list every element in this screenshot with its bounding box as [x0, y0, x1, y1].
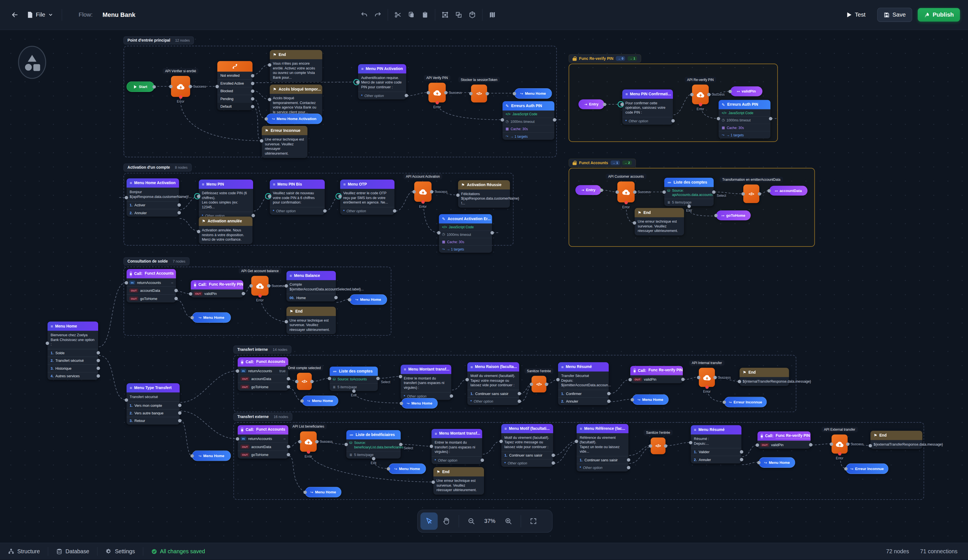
option-port[interactable] — [671, 119, 675, 123]
in-port[interactable] — [356, 80, 360, 84]
node-call-reverify-2[interactable]: ◆ Call: Func Re-verify PIN OUT validPin — [630, 366, 683, 383]
out-port[interactable] — [707, 93, 711, 96]
in-port[interactable] — [268, 195, 272, 198]
option-port[interactable] — [323, 209, 327, 213]
out-port[interactable] — [545, 382, 548, 386]
out-port[interactable] — [809, 443, 812, 446]
error-port[interactable] — [307, 450, 310, 454]
in-port[interactable] — [741, 192, 745, 196]
node-call-reverify-1[interactable]: ◆ Call: Func Re-verify PIN OUT validPin — [191, 280, 243, 297]
node-end-internal[interactable]: ⚑ End ${internalTransferResponse.data.me… — [740, 368, 789, 386]
out-port[interactable] — [287, 377, 290, 380]
node-info-erreurs-auth-pin-2[interactable]: ✎ Erreurs Auth PIN </> JavaScript Code ◷… — [719, 100, 770, 139]
option-port[interactable] — [607, 400, 610, 403]
in-port[interactable] — [499, 440, 503, 443]
select-port[interactable] — [376, 377, 380, 380]
out-port[interactable] — [444, 91, 448, 94]
out-port[interactable] — [553, 118, 556, 121]
menu-option-1[interactable]: 2. Annuler — [691, 456, 741, 463]
node-end-consultation[interactable]: ⚑ End Une erreur technique est survenue.… — [287, 307, 336, 334]
option-port[interactable] — [627, 458, 630, 462]
node-pill-menu-home-3[interactable]: ↪ Menu Home — [192, 312, 231, 323]
menu-option-1[interactable]: 2. Transfert sécurisé — [48, 357, 98, 364]
node-code-sanitize-1[interactable]: Sanitize l'entrée</> — [532, 376, 547, 393]
node-end-func-accounts[interactable]: ⚑ End Une erreur technique est survenue.… — [635, 208, 684, 235]
map-button[interactable] — [486, 8, 499, 22]
exit-port[interactable] — [687, 205, 691, 208]
menu-option-0[interactable]: * Other option — [270, 207, 325, 214]
option-port[interactable] — [252, 214, 255, 217]
in-port[interactable] — [191, 454, 194, 457]
in-port[interactable] — [260, 139, 263, 142]
in-port[interactable] — [633, 221, 636, 225]
in-port[interactable] — [345, 443, 348, 446]
exit-port[interactable] — [352, 389, 355, 393]
in-port[interactable] — [530, 382, 533, 386]
test-button[interactable]: Test — [840, 8, 872, 22]
menu-option-0[interactable]: 1. Solde — [48, 349, 98, 356]
publish-button[interactable]: Publish — [918, 8, 960, 22]
error-port[interactable] — [258, 294, 262, 297]
option-port[interactable] — [178, 419, 181, 422]
node-api-get-balance[interactable]: API Get account balance ErrorSuccess — [251, 276, 268, 295]
case-port[interactable] — [251, 97, 254, 100]
settings-button[interactable]: Settings — [98, 548, 143, 555]
in-port[interactable] — [124, 196, 128, 199]
in-port[interactable] — [249, 284, 253, 287]
select-port[interactable] — [399, 443, 403, 446]
out-port[interactable] — [189, 84, 192, 88]
menu-option-0[interactable]: 1. Continuer sans saisir — [467, 389, 519, 397]
branch-case-4[interactable]: Default — [217, 102, 252, 110]
in-port[interactable] — [431, 480, 435, 484]
option-port[interactable] — [335, 296, 338, 300]
node-code-stocker-session[interactable]: Stocker la sessionToken</> — [471, 84, 487, 103]
hand-tool-button[interactable] — [438, 512, 455, 530]
menu-option-1[interactable]: * Other option — [467, 397, 519, 405]
in-port[interactable] — [215, 85, 219, 88]
case-port[interactable] — [251, 89, 254, 93]
node-menu-motif[interactable]: ≡ Menu Motif (facultati... Motif du vire… — [501, 424, 553, 467]
in-port[interactable] — [469, 92, 472, 95]
menu-option-0[interactable]: 1. Activer — [126, 201, 179, 209]
node-pill-menu-home-5[interactable]: ↪ Menu Home — [401, 398, 438, 408]
node-menu-pin-bis[interactable]: ≡ Menu PIN Bis Veuillez saisir de nouvea… — [270, 180, 325, 215]
node-start[interactable]: Start — [126, 81, 154, 92]
out-port[interactable] — [242, 292, 245, 295]
error-port[interactable] — [699, 103, 702, 106]
in-port[interactable] — [830, 442, 833, 446]
in-port[interactable] — [575, 440, 578, 443]
option-port[interactable] — [97, 359, 100, 362]
node-code-omit-compte[interactable]: Omit compte selected</> — [297, 373, 312, 390]
node-end-erreur-inconnue[interactable]: ⚑ Erreur Inconnue Une erreur technique e… — [262, 126, 307, 158]
option-port[interactable] — [518, 392, 521, 395]
in-port[interactable] — [295, 380, 298, 383]
in-port[interactable] — [630, 398, 634, 401]
in-port[interactable] — [690, 93, 693, 96]
zoom-in-button[interactable] — [500, 512, 517, 530]
node-menu-home-activation-node[interactable]: ≡ Menu Home Activation Bonjour ${apiResp… — [126, 178, 179, 217]
out-port[interactable] — [713, 376, 717, 379]
menu-option-3[interactable]: 4. Autres services — [48, 372, 98, 379]
node-end-not-enrolled[interactable]: ⚑ End Vous n'êtes pas encore enrôlé. Act… — [270, 50, 322, 82]
in-port[interactable] — [844, 467, 848, 471]
fullscreen-button[interactable] — [525, 512, 542, 530]
node-pill-entry-1[interactable]: ⇥ Entry — [578, 99, 604, 109]
out-port[interactable] — [152, 85, 156, 88]
node-list-beneficiaires[interactable]: ≔ Liste de bénéficiaires ⛁ Source: benef… — [346, 430, 401, 459]
in-port[interactable] — [738, 380, 741, 383]
node-pill-menu-home-6[interactable]: ↪ Menu Home — [632, 394, 669, 405]
in-port[interactable] — [387, 467, 390, 471]
branch-case-0[interactable]: Not enrolled — [217, 72, 252, 79]
menu-option-1[interactable]: * Other option — [501, 459, 553, 467]
call-io-row-2[interactable]: OUT goToHome — [238, 451, 288, 459]
option-port[interactable] — [97, 366, 100, 370]
in-port[interactable] — [556, 378, 560, 381]
package-button[interactable] — [466, 8, 479, 22]
menu-option-1[interactable]: 2. Annuler — [126, 209, 179, 217]
flow-canvas[interactable]: Point d'entrée principal12 nodesFunc Re-… — [0, 0, 968, 560]
node-menu-resume-1[interactable]: ≡ Menu Résumé Transfer Sécurisé Depuis: … — [558, 362, 608, 405]
node-code-transformation[interactable]: Transformation en emitterAccountData</> — [743, 184, 759, 203]
node-menu-montant-2[interactable]: ≡ Menu Montant transf... Entrer le monta… — [431, 429, 482, 464]
menu-option-2[interactable]: 3. Retour — [126, 417, 180, 424]
node-menu-raison[interactable]: ≡ Menu Raison (faculta... Motif du virem… — [467, 362, 519, 405]
